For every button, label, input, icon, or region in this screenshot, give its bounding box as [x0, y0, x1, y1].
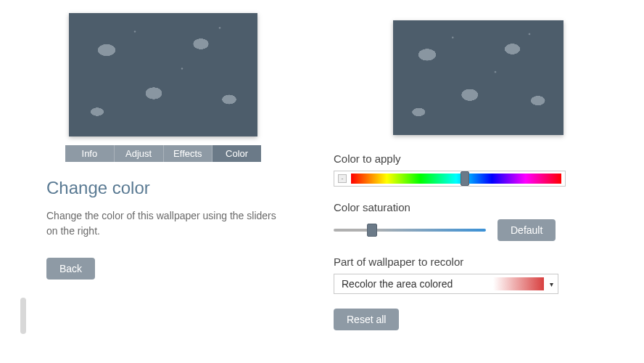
panel-description: Change the color of this wallpaper using… [46, 208, 280, 239]
saturation-field: Color saturation Default [334, 201, 622, 241]
saturation-slider-thumb[interactable] [367, 224, 377, 237]
left-column: Info Adjust Effects Color Change color C… [44, 0, 305, 363]
wallpaper-pattern [69, 13, 257, 136]
tab-info[interactable]: Info [65, 145, 115, 162]
right-column: Color to apply - Color saturation Defaul… [305, 0, 622, 363]
hue-slider-container: - [334, 171, 566, 187]
wallpaper-preview-recolored [393, 20, 564, 135]
tab-color[interactable]: Color [212, 145, 261, 162]
wallpaper-preview-original [69, 13, 257, 136]
saturation-slider[interactable] [334, 229, 486, 232]
hue-slider[interactable] [351, 174, 561, 184]
back-button[interactable]: Back [46, 258, 95, 280]
hue-label: Color to apply [334, 152, 622, 165]
recolor-swatch [493, 277, 544, 290]
recolor-selected-text: Recolor the area colored [342, 278, 453, 290]
hue-field: Color to apply - [334, 152, 622, 187]
tab-bar: Info Adjust Effects Color [65, 145, 261, 162]
tab-effects[interactable]: Effects [164, 145, 213, 162]
panel: Change color Change the color of this wa… [44, 162, 283, 280]
saturation-label: Color saturation [334, 201, 622, 213]
hue-slider-thumb[interactable] [461, 171, 469, 186]
recolor-field: Part of wallpaper to recolor Recolor the… [334, 256, 622, 294]
no-color-icon[interactable]: - [338, 174, 347, 183]
reset-all-button[interactable]: Reset all [334, 309, 399, 330]
saturation-default-button[interactable]: Default [498, 219, 556, 241]
recolor-label: Part of wallpaper to recolor [334, 256, 622, 268]
panel-title: Change color [46, 178, 280, 198]
recolor-select[interactable]: Recolor the area colored ▾ [334, 274, 558, 294]
scrollbar-thumb[interactable] [20, 298, 26, 334]
chevron-down-icon: ▾ [550, 280, 553, 288]
main-content: Info Adjust Effects Color Change color C… [0, 0, 644, 363]
wallpaper-pattern [393, 20, 564, 135]
tab-adjust[interactable]: Adjust [115, 145, 164, 162]
